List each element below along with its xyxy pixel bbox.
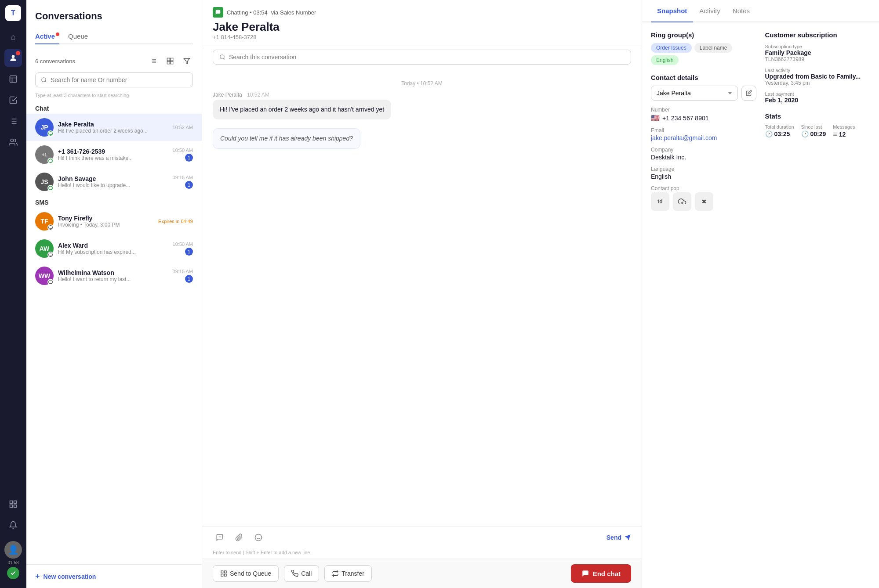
main-chat: Chatting • 03:54 via Sales Number Jake P… [202, 0, 642, 588]
list-item[interactable]: WW Wilhelmina Watson Hello! I want to re… [26, 262, 202, 289]
filter-button[interactable] [181, 55, 193, 67]
call-button[interactable]: Call [284, 565, 319, 582]
conv-name: Tony Firefly [58, 215, 154, 222]
language-label: Language [651, 166, 756, 172]
language-detail: Language English [651, 166, 756, 180]
message-bubble: Hi! I've placed an order 2 weeks ago and… [213, 100, 391, 119]
search-hint: Type at least 3 characters to start sear… [26, 93, 202, 101]
conv-right: Expires in 04:49 [158, 219, 193, 224]
company-value: Desktalk Inc. [651, 154, 756, 161]
ring-groups-title: Ring group(s) [651, 31, 756, 39]
queue-icon [220, 570, 227, 577]
nav-list-icon[interactable] [4, 112, 22, 130]
tab-activity[interactable]: Activity [693, 0, 726, 22]
nav-home-icon[interactable]: ⌂ [4, 28, 22, 46]
conversation-list: Chat JP Jake Peralta Hi! I've placed an … [26, 101, 202, 564]
list-view-button[interactable] [147, 55, 160, 67]
nav-reports-icon[interactable] [4, 70, 22, 88]
edit-contact-button[interactable] [741, 86, 756, 101]
contact-pop-cloud[interactable] [673, 192, 691, 211]
avatar: JP [35, 118, 54, 137]
right-col-right: Customer subscription Subscription type … [765, 31, 871, 579]
svg-rect-9 [10, 501, 13, 504]
nav-bell-icon[interactable] [4, 516, 22, 534]
new-conversation-button[interactable]: + New conversation [35, 572, 96, 581]
sidebar-search-box[interactable] [35, 72, 193, 87]
clock-orange-icon: 🕐 [765, 130, 773, 137]
chat-messages: Today • 10:52 AM Jake Peralta 10:52 AM H… [202, 68, 642, 527]
tab-snapshot[interactable]: Snapshot [651, 0, 693, 22]
nav-tasks-icon[interactable] [4, 91, 22, 109]
tab-active[interactable]: Active [35, 29, 59, 43]
send-button[interactable]: Send [607, 534, 631, 541]
chat-search-box[interactable] [213, 50, 631, 65]
list-item[interactable]: JS John Savage Hello! I would like to up… [26, 168, 202, 195]
message-row: Jake Peralta 10:52 AM Hi! I've placed an… [213, 92, 631, 119]
svg-rect-32 [221, 571, 223, 573]
svg-rect-21 [171, 61, 173, 64]
contact-selector[interactable]: Jake Peralta [651, 86, 738, 101]
conv-expires: Expires in 04:49 [158, 219, 193, 224]
language-value: English [651, 173, 756, 180]
conv-info: John Savage Hello! I would like to upgra… [58, 175, 168, 188]
conv-name: Jake Peralta [58, 121, 168, 128]
nav-contacts-icon[interactable] [4, 49, 22, 67]
sidebar-search-input[interactable] [51, 76, 187, 83]
ring-groups-section: Ring group(s) Order Issues Label name En… [651, 31, 756, 65]
last-activity-value: Upgraded from Basic to Family... [765, 73, 871, 80]
transfer-button[interactable]: Transfer [324, 565, 372, 582]
chat-status-icon [213, 7, 223, 18]
user-avatar[interactable]: 👤 [4, 541, 22, 559]
company-detail: Company Desktalk Inc. [651, 147, 756, 161]
chat-search-input[interactable] [229, 54, 625, 61]
tab-notes[interactable]: Notes [726, 0, 756, 22]
sms-indicator [47, 224, 54, 231]
message-sender: Jake Peralta 10:52 AM [213, 92, 631, 98]
list-item[interactable]: AW Alex Ward Hi! My subscription has exp… [26, 235, 202, 262]
svg-rect-12 [10, 505, 13, 508]
emoji-button[interactable] [251, 530, 265, 545]
svg-rect-19 [167, 58, 170, 61]
tab-queue[interactable]: Queue [68, 29, 88, 43]
send-to-queue-button[interactable]: Send to Queue [213, 565, 279, 582]
sidebar-tabs: Active Queue [35, 29, 193, 44]
conv-time: 10:50 AM [173, 242, 193, 247]
stats-row: Total duration 🕐 03:25 Since last 🕐 00:2… [765, 124, 871, 138]
conv-right: 09:15 AM 1 [173, 175, 193, 189]
subscription-type-label: Subscription type [765, 44, 871, 49]
unread-badge: 1 [185, 275, 193, 283]
email-detail: Email jake.peralta@gmail.com [651, 127, 756, 141]
svg-point-29 [255, 534, 262, 541]
conv-preview: Hi! I think there was a mistake... [58, 155, 168, 161]
stat-total-duration-value: 🕐 03:25 [765, 130, 794, 137]
svg-rect-34 [224, 574, 226, 576]
svg-rect-10 [14, 501, 17, 504]
chat-contact-name: Jake Peralta [213, 20, 631, 34]
chat-search[interactable] [213, 50, 631, 65]
conv-name: Alex Ward [58, 242, 168, 249]
list-item[interactable]: JP Jake Peralta Hi! I've placed an order… [26, 114, 202, 141]
svg-point-24 [42, 78, 46, 82]
grid-view-button[interactable] [164, 55, 176, 67]
template-button[interactable] [213, 530, 227, 545]
conv-info: Tony Firefly Invoicing • Today, 3:00 PM [58, 215, 154, 228]
contact-pop-zendesk[interactable]: ✖ [695, 192, 713, 211]
end-chat-icon [581, 570, 589, 577]
sidebar-meta: 6 conversations [26, 50, 202, 72]
list-item[interactable]: +1 +1 361-726-2539 Hi! I think there was… [26, 141, 202, 168]
contact-pop-td[interactable]: td [651, 192, 669, 211]
attachment-button[interactable] [232, 530, 246, 545]
end-chat-button[interactable]: End chat [571, 564, 631, 583]
chat-contact-phone: +1 814-458-3728 [213, 34, 631, 40]
nav-people-icon[interactable] [4, 133, 22, 151]
svg-line-27 [224, 58, 225, 60]
stat-since-last-label: Since last [801, 124, 826, 130]
avatar: JS [35, 173, 54, 191]
list-item[interactable]: TF Tony Firefly Invoicing • Today, 3:00 … [26, 208, 202, 235]
svg-marker-23 [184, 58, 189, 64]
last-activity-label: Last activity [765, 68, 871, 73]
svg-rect-20 [171, 58, 173, 61]
nav-grid-icon[interactable] [4, 495, 22, 513]
nav-status-badge[interactable] [7, 567, 19, 579]
stat-messages: Messages ≡ 12 [833, 124, 855, 138]
